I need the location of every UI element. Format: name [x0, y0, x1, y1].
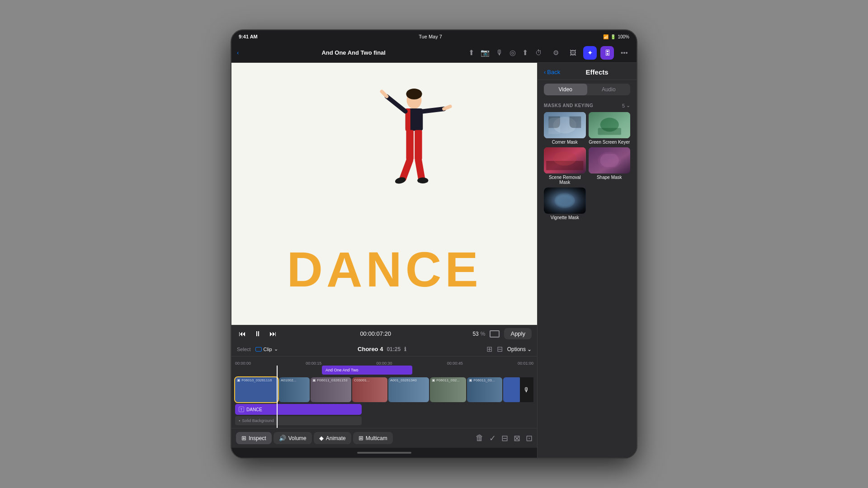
- inspect-button[interactable]: ⊞ Inspect: [236, 432, 272, 444]
- masks-keying-section: MASKS AND KEYING 5 ⌄: [538, 99, 637, 224]
- back-chevron-icon: ‹: [237, 49, 239, 56]
- top-toolbar: ‹ And One And Two final ⬆ 📷 🎙 ◎ ⬆ ⏱ ⚙ 🖼 …: [231, 43, 637, 63]
- effect-scene-removal[interactable]: Scene Removal Mask: [544, 147, 586, 185]
- scene-removal-svg: [544, 147, 586, 174]
- apply-button[interactable]: Apply: [504, 328, 532, 339]
- choreo-info: Choreo 4 01:25 ℹ: [283, 346, 482, 352]
- clip-f06011b[interactable]: ▣ F06011_032...: [430, 377, 466, 402]
- status-time: 9:41 AM: [239, 34, 258, 39]
- delete-icon[interactable]: 🗑: [476, 433, 484, 443]
- settings-icon-btn[interactable]: ⚙: [549, 46, 562, 60]
- camera-icon[interactable]: 📷: [481, 48, 490, 57]
- ipad-inner: 9:41 AM Tue May 7 📶 🔋 100% ‹ And One And…: [231, 30, 637, 458]
- clip-a01002[interactable]: A01002...: [279, 377, 310, 402]
- effects-back-label: Back: [547, 69, 560, 75]
- vignette-mask-label: Vignette Mask: [544, 215, 586, 220]
- count-chevron-icon: ⌄: [626, 103, 630, 108]
- clip-f06011a-label: ▣ F06011_03261153: [312, 378, 347, 382]
- clip-c03001[interactable]: C03001...: [352, 377, 387, 402]
- play-pause-button[interactable]: ⏸: [252, 328, 263, 340]
- section-count[interactable]: 5 ⌄: [622, 103, 630, 108]
- battery-icon: 🔋: [610, 34, 616, 39]
- svg-rect-8: [406, 130, 414, 160]
- solid-bg-icon: ▪: [239, 418, 240, 423]
- mic-icon[interactable]: 🎙: [496, 49, 503, 57]
- zoom-unit: %: [481, 331, 486, 337]
- tab-video[interactable]: Video: [544, 84, 587, 95]
- status-bar: 9:41 AM Tue May 7 📶 🔋 100%: [231, 30, 637, 43]
- clip-f06011a[interactable]: ▣ F06011_03261153: [311, 377, 351, 402]
- bottom-toolbar: ⊞ Inspect 🔊 Volume ◆ Animate ⊞ Multicam: [231, 428, 537, 448]
- dance-text: DANCE: [231, 240, 537, 298]
- clock-icon-btn[interactable]: ⏱: [532, 46, 545, 60]
- photo-icon-btn[interactable]: 🖼: [566, 46, 580, 60]
- options-button[interactable]: Options ⌄: [507, 346, 532, 352]
- video-preview: DANCE: [231, 63, 537, 325]
- clip-f06011c[interactable]: ▣ F06011_03...: [467, 377, 502, 402]
- filter-icon-btn[interactable]: 🎛: [600, 46, 614, 60]
- svg-line-4: [387, 97, 406, 112]
- split-icon[interactable]: ⊟: [501, 433, 508, 443]
- clip-a001[interactable]: A001_03261340: [388, 377, 429, 402]
- more-icon-btn[interactable]: •••: [618, 46, 631, 60]
- effects-icon-btn[interactable]: ✦: [583, 46, 597, 60]
- checkmark-icon[interactable]: ✓: [489, 433, 496, 443]
- effect-corner-mask[interactable]: Corner Mask: [544, 112, 586, 145]
- voiceover-icon[interactable]: ◎: [509, 48, 516, 57]
- clip-f06010[interactable]: ▣ F06010_03261116: [235, 377, 278, 402]
- arrange-icon[interactable]: ⊞: [486, 345, 492, 353]
- animate-label: Animate: [326, 435, 346, 441]
- effect-green-screen[interactable]: Green Screen Keyer: [589, 112, 631, 145]
- ruler-mark-3: 00:00:45: [447, 361, 463, 366]
- multicam-button[interactable]: ⊞ Multicam: [353, 432, 393, 444]
- volume-button[interactable]: 🔊 Volume: [274, 432, 312, 444]
- animate-icon: ◆: [319, 435, 324, 441]
- effect-vignette[interactable]: Vignette Mask: [544, 188, 586, 220]
- info-icon[interactable]: ℹ: [404, 346, 406, 352]
- title-track-icon: T: [239, 407, 244, 412]
- home-indicator: [231, 448, 537, 458]
- section-title: MASKS AND KEYING: [544, 103, 593, 108]
- svg-rect-27: [544, 188, 586, 214]
- aspect-ratio-icon[interactable]: [490, 330, 500, 338]
- status-date: Tue May 7: [419, 34, 442, 39]
- svg-rect-25: [544, 188, 586, 214]
- effects-tabs: Video Audio: [544, 84, 630, 95]
- rewind-button[interactable]: ⏮: [237, 328, 248, 340]
- corner-mask-svg: [544, 112, 586, 138]
- fast-forward-button[interactable]: ⏭: [268, 328, 278, 340]
- volume-icon: 🔊: [279, 435, 286, 441]
- effects-back-button[interactable]: ‹ Back: [544, 69, 560, 75]
- export-icon[interactable]: ⬆: [522, 48, 528, 57]
- clip-a001-label: A001_03261340: [390, 378, 417, 382]
- volume-label: Volume: [288, 435, 307, 441]
- zoom-timeline-icon[interactable]: ⊟: [497, 345, 503, 353]
- purple-banner: And One And Two: [322, 366, 412, 375]
- back-button[interactable]: ‹: [237, 49, 239, 56]
- effect-shape-mask[interactable]: Shape Mask: [589, 147, 631, 185]
- timeline-ruler: 00:00:00 00:00:15 00:00:30 00:00:45 00:0…: [231, 357, 537, 366]
- ruler-mark-4: 00:01:00: [518, 361, 533, 366]
- animate-button[interactable]: ◆ Animate: [314, 432, 351, 444]
- green-screen-label: Green Screen Keyer: [589, 140, 631, 145]
- clip-last[interactable]: [503, 377, 521, 402]
- corner-mask-thumb: [544, 112, 586, 138]
- share-icon[interactable]: ⬆: [468, 48, 474, 57]
- zoom-control: 53 %: [472, 331, 485, 337]
- mic-end-marker: 🎙: [520, 377, 533, 402]
- ruler-marks: 00:00:00 00:00:15 00:00:30 00:00:45 00:0…: [235, 361, 533, 366]
- main-clip-track: ▣ F06010_03261116 A01002... ▣ F06011_032…: [235, 377, 533, 402]
- playback-bar: ⏮ ⏸ ⏭ 00:00:07:20 53 % Apply: [231, 325, 537, 342]
- effects-grid: Corner Mask: [544, 112, 630, 220]
- trim-icon[interactable]: ⊠: [514, 433, 520, 443]
- home-bar: [357, 452, 411, 454]
- shape-mask-svg: [589, 147, 631, 174]
- clip-selector[interactable]: Clip ⌄: [255, 346, 278, 352]
- tab-audio[interactable]: Audio: [587, 84, 631, 95]
- svg-point-21: [553, 151, 576, 165]
- solid-bg-track[interactable]: ▪ Solid Background: [235, 416, 362, 425]
- select-label: Select: [237, 347, 251, 352]
- choreo-time: 01:25: [387, 346, 401, 352]
- crop-icon[interactable]: ⊡: [526, 433, 533, 443]
- title-track[interactable]: T DANCE: [235, 404, 362, 415]
